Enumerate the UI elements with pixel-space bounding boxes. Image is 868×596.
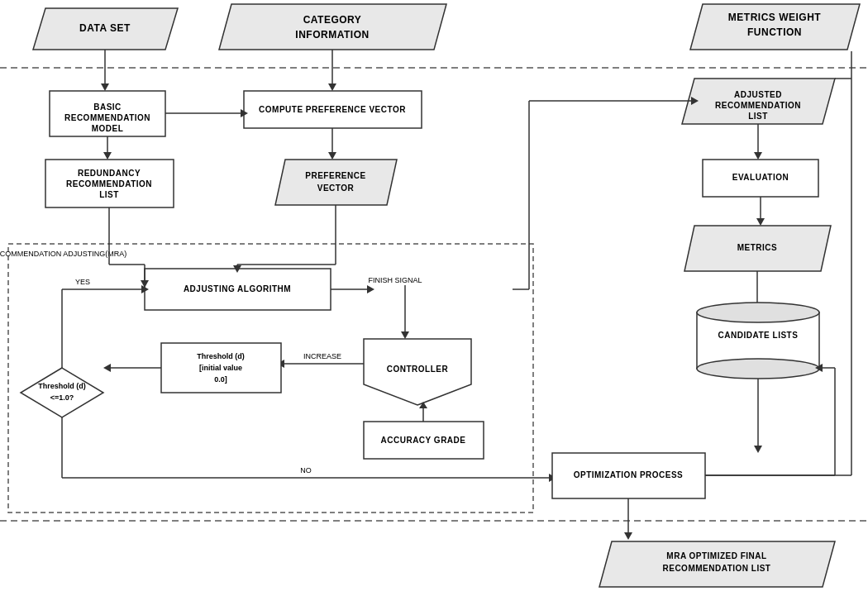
basic-rec-model-label3: MODEL bbox=[92, 124, 124, 133]
redundancy-label3: LIST bbox=[99, 190, 119, 199]
svg-marker-76 bbox=[624, 532, 632, 540]
mra-optimized-label2: RECOMMENDATION LIST bbox=[663, 564, 771, 573]
svg-marker-14 bbox=[328, 152, 336, 160]
metrics-weight-label: METRICS WEIGHT bbox=[728, 12, 821, 23]
category-info-label2: INFORMATION bbox=[295, 29, 369, 41]
threshold-q-label2: <=1.0? bbox=[50, 393, 74, 402]
mra-box-label: MULTI-CATEGORIZATION RECOMMENDATION ADJU… bbox=[0, 250, 126, 258]
adjusting-alg-label: ADJUSTING ALGORITHM bbox=[184, 284, 291, 293]
adjusted-rec-label3: LIST bbox=[748, 112, 768, 121]
mra-optimized-label: MRA OPTIMIZED FINAL bbox=[666, 551, 766, 560]
basic-rec-model-label: BASIC bbox=[93, 103, 122, 112]
svg-marker-44 bbox=[367, 285, 374, 293]
threshold-box-label3: 0.0] bbox=[214, 375, 227, 384]
svg-marker-18 bbox=[275, 160, 397, 205]
threshold-box-label2: [initial value bbox=[199, 364, 242, 372]
controller-label: CONTROLLER bbox=[387, 365, 449, 374]
svg-marker-8 bbox=[328, 83, 336, 91]
metrics-label: METRICS bbox=[737, 243, 778, 252]
flowchart-diagram: DATA SET CATEGORY INFORMATION METRICS WE… bbox=[0, 0, 868, 596]
evaluation-label: EVALUATION bbox=[732, 173, 789, 182]
pref-vector-label: PREFERENCE bbox=[305, 171, 365, 180]
category-info-label: CATEGORY bbox=[303, 14, 362, 26]
svg-marker-53 bbox=[21, 368, 103, 417]
compute-pref-label: COMPUTE PREFERENCE VECTOR bbox=[259, 105, 406, 114]
svg-marker-52 bbox=[103, 364, 111, 372]
data-set-label: DATA SET bbox=[79, 22, 131, 34]
svg-marker-6 bbox=[101, 83, 109, 91]
finish-signal-label: FINISH SIGNAL bbox=[368, 276, 422, 284]
basic-rec-model-label2: RECOMMENDATION bbox=[64, 113, 150, 122]
svg-marker-46 bbox=[401, 331, 409, 339]
redundancy-label2: RECOMMENDATION bbox=[66, 179, 152, 188]
threshold-q-label: Threshold (d) bbox=[38, 382, 86, 390]
redundancy-label: REDUNDANCY bbox=[78, 169, 141, 178]
svg-point-29 bbox=[697, 303, 819, 322]
svg-marker-21 bbox=[754, 152, 762, 160]
candidate-lists-label: CANDIDATE LISTS bbox=[718, 331, 799, 340]
adjusted-rec-label: ADJUSTED bbox=[734, 90, 782, 99]
no-label: NO bbox=[300, 466, 312, 474]
metrics-weight-label2: FUNCTION bbox=[747, 26, 802, 38]
threshold-box-label: Threshold (d) bbox=[197, 352, 245, 360]
accuracy-grade-label: ACCURACY GRADE bbox=[381, 436, 466, 445]
svg-marker-3 bbox=[219, 4, 446, 50]
svg-marker-24 bbox=[756, 218, 765, 226]
svg-marker-32 bbox=[754, 446, 762, 453]
optimization-label: OPTIMIZATION PROCESS bbox=[574, 470, 684, 479]
adjusted-rec-label2: RECOMMENDATION bbox=[715, 101, 801, 110]
svg-point-30 bbox=[697, 359, 819, 379]
pref-vector-label2: VECTOR bbox=[317, 184, 355, 193]
increase-label: INCREASE bbox=[303, 352, 341, 360]
svg-marker-12 bbox=[103, 152, 112, 160]
yes-label: YES bbox=[75, 278, 90, 286]
